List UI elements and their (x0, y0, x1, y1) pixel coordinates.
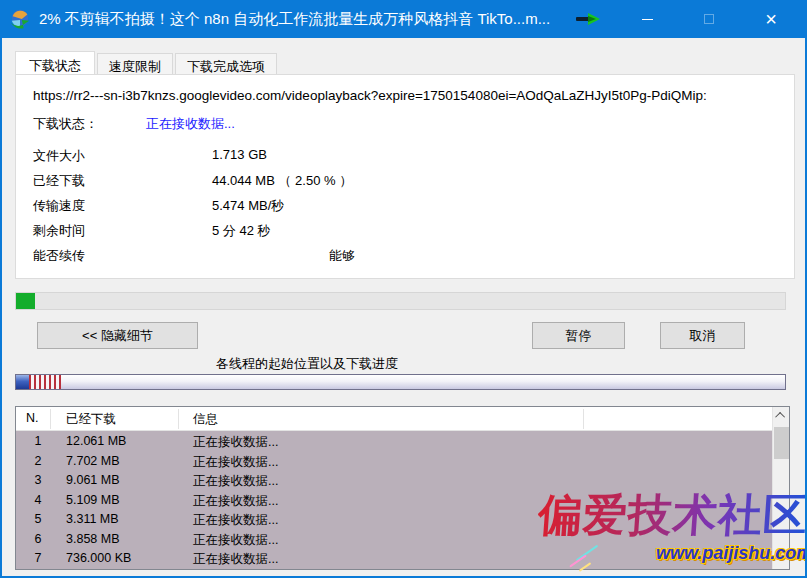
window-title: 2% 不剪辑不拍摄！这个 n8n 自动化工作流批量生成万种风格抖音 TikTo.… (39, 10, 559, 29)
table-header: N. 已经下载 信息 (16, 407, 789, 431)
thread-number: 7 (26, 551, 50, 565)
thread-info: 正在接收数据... (193, 532, 278, 549)
column-divider[interactable] (50, 409, 51, 429)
download-url: https://rr2---sn-i3b7knzs.googlevideo.co… (33, 88, 789, 103)
header-info: 信息 (193, 411, 218, 428)
threads-table: N. 已经下载 信息 1 12.061 MB 正在接收数据... 2 7.702… (15, 406, 790, 570)
stat-resume-capability: 能否续传 能够 (33, 243, 773, 268)
maximize-button[interactable] (686, 0, 732, 38)
table-row[interactable]: 5 3.311 MB 正在接收数据... (16, 509, 772, 529)
title-bar: 2% 不剪辑不拍摄！这个 n8n 自动化工作流批量生成万种风格抖音 TikTo.… (0, 0, 807, 38)
minimize-icon (642, 19, 653, 20)
close-icon: × (765, 8, 777, 31)
table-row[interactable]: 7 736.000 KB 正在接收数据... (16, 548, 772, 568)
thread-downloaded: 5.109 MB (66, 493, 120, 507)
table-row[interactable]: 1 12.061 MB 正在接收数据... (16, 431, 772, 451)
thread-info: 正在接收数据... (193, 551, 278, 568)
stat-file-size: 文件大小 1.713 GB (33, 143, 773, 168)
thread-number: 1 (26, 434, 50, 448)
table-row[interactable]: 4 5.109 MB 正在接收数据... (16, 490, 772, 510)
thread-downloaded: 736.000 KB (66, 551, 131, 565)
thread-progress-bar (15, 374, 786, 390)
thread-info: 正在接收数据... (193, 434, 278, 451)
idm-logo-icon (9, 8, 31, 30)
header-downloaded: 已经下载 (66, 411, 116, 428)
stat-value: 44.044 MB （ 2.50 % ） (212, 172, 352, 190)
thread-info: 正在接收数据... (193, 473, 278, 490)
thread-number: 6 (26, 532, 50, 546)
header-n: N. (26, 411, 39, 425)
thread-number: 5 (26, 512, 50, 526)
stat-label: 传输速度 (33, 197, 85, 215)
stat-value: 1.713 GB (212, 147, 267, 162)
scrollbar-thumb[interactable] (774, 427, 789, 459)
thread-downloaded: 12.061 MB (66, 434, 126, 448)
thread-completed-segment (16, 375, 29, 389)
table-row[interactable]: 3 9.061 MB 正在接收数据... (16, 470, 772, 490)
scroll-up-button[interactable] (773, 407, 790, 424)
hide-details-button[interactable]: << 隐藏细节 (37, 322, 198, 349)
thread-downloaded: 3.311 MB (66, 512, 119, 526)
thread-info: 正在接收数据... (193, 454, 278, 471)
thread-downloaded: 7.702 MB (66, 454, 120, 468)
status-value: 正在接收数据... (146, 115, 235, 133)
thread-number: 2 (26, 454, 50, 468)
table-rows: 1 12.061 MB 正在接收数据... 2 7.702 MB 正在接收数据.… (16, 431, 772, 569)
threads-caption: 各线程的起始位置以及下载进度 (2, 355, 612, 373)
thread-downloaded: 3.858 MB (66, 532, 120, 546)
stat-transfer-rate: 传输速度 5.474 MB/秒 (33, 193, 773, 218)
stat-time-left: 剩余时间 5 分 42 秒 (33, 218, 773, 243)
status-row: 下载状态： 正在接收数据... (33, 115, 98, 133)
maximize-icon (704, 14, 714, 24)
stat-label: 文件大小 (33, 147, 85, 165)
stat-value: 5 分 42 秒 (212, 222, 271, 240)
progress-fill (16, 293, 35, 309)
column-divider[interactable] (583, 409, 584, 429)
thread-number: 4 (26, 493, 50, 507)
minimize-button[interactable] (624, 0, 670, 38)
pause-button[interactable]: 暂停 (532, 322, 625, 349)
status-label: 下载状态： (33, 116, 98, 131)
chevron-up-icon (775, 412, 785, 422)
download-arrow-icon (575, 12, 601, 26)
thread-number: 3 (26, 473, 50, 487)
thread-downloaded: 9.061 MB (66, 473, 120, 487)
table-scrollbar[interactable] (772, 407, 789, 569)
thread-info: 正在接收数据... (193, 512, 278, 529)
close-button[interactable]: × (748, 0, 794, 38)
stat-label: 剩余时间 (33, 222, 85, 240)
download-dialog: 2% 不剪辑不拍摄！这个 n8n 自动化工作流批量生成万种风格抖音 TikTo.… (0, 0, 807, 578)
overall-progress-bar (15, 292, 786, 310)
stat-downloaded: 已经下载 44.044 MB （ 2.50 % ） (33, 168, 773, 193)
stat-label: 已经下载 (33, 172, 85, 190)
table-row[interactable]: 2 7.702 MB 正在接收数据... (16, 451, 772, 471)
thread-stripes-segment (29, 375, 61, 389)
stats-block: 文件大小 1.713 GB 已经下载 44.044 MB （ 2.50 % ） … (33, 143, 773, 268)
thread-info: 正在接收数据... (193, 493, 278, 510)
cancel-button[interactable]: 取消 (660, 322, 745, 349)
table-row[interactable]: 6 3.858 MB 正在接收数据... (16, 529, 772, 549)
column-divider[interactable] (178, 409, 179, 429)
download-status-panel: https://rr2---sn-i3b7knzs.googlevideo.co… (15, 74, 795, 279)
stat-value: 5.474 MB/秒 (212, 197, 284, 215)
stat-label: 能否续传 (33, 247, 85, 265)
stat-value: 能够 (329, 247, 355, 265)
